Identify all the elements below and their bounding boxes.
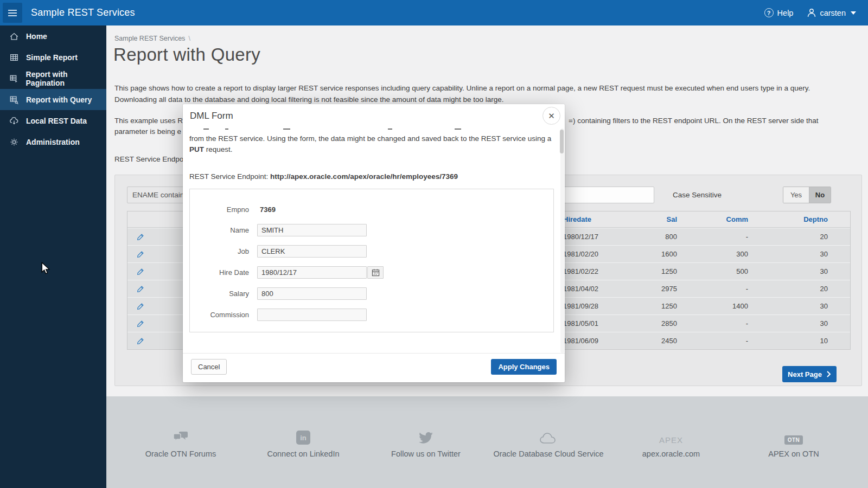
footer-link-otn-forums[interactable]: Oracle OTN Forums — [119, 426, 242, 458]
help-label: Help — [777, 9, 794, 17]
job-field[interactable] — [257, 245, 367, 258]
sidebar-item-report-with-query[interactable]: Report with Query — [0, 89, 106, 110]
chevron-down-icon — [851, 11, 856, 15]
footer-link-linkedin[interactable]: in Connect on LinkedIn — [242, 426, 365, 458]
empno-value: 7369 — [260, 203, 276, 216]
sidebar-item-administration[interactable]: Administration — [0, 131, 106, 152]
column-header-comm[interactable]: Comm — [678, 211, 748, 227]
dialog-scrollbar[interactable] — [560, 129, 564, 353]
sidebar-item-simple-report[interactable]: Simple Report — [0, 47, 106, 68]
column-header-sal[interactable]: Sal — [590, 211, 677, 227]
footer-link-label: Connect on LinkedIn — [267, 450, 339, 458]
cell-deptno: 30 — [754, 315, 828, 332]
app-title: Sample REST Services — [31, 7, 135, 18]
date-picker-button[interactable] — [367, 266, 384, 279]
salary-field[interactable] — [257, 287, 367, 300]
dialog-body: from the REST service. Using the form, t… — [183, 129, 565, 353]
edit-row-button[interactable] — [136, 285, 145, 293]
user-menu[interactable]: carsten — [807, 8, 856, 17]
cell-sal: 1600 — [590, 246, 677, 262]
gear-icon — [9, 137, 19, 147]
cell-comm: 1400 — [678, 298, 748, 314]
example-paragraph-fragment-right1: =) containing filters to the REST endpoi… — [569, 117, 819, 125]
help-button[interactable]: ? Help — [764, 8, 794, 17]
endpoint-text-fragment: REST Service Endpoi — [114, 155, 185, 163]
dml-form: Empno 7369 Name Job Hire Date — [189, 189, 554, 332]
edit-row-button[interactable] — [136, 319, 145, 328]
cell-comm: 300 — [678, 246, 748, 262]
forums-icon — [173, 431, 189, 445]
sidebar-item-label: Local REST Data — [26, 117, 87, 125]
column-header-deptno[interactable]: Deptno — [754, 211, 828, 227]
cell-comm: 500 — [678, 263, 748, 280]
footer-link-twitter[interactable]: Follow us on Twitter — [365, 426, 487, 458]
next-page-button[interactable]: Next Page — [782, 366, 837, 382]
intro-paragraph-line2: Downloading all data to the database and… — [114, 95, 503, 104]
breadcrumb[interactable]: Sample REST Services\ — [114, 35, 190, 42]
edit-row-button[interactable] — [136, 267, 145, 276]
footer-link-label: apex.oracle.com — [642, 450, 700, 458]
user-icon — [807, 8, 816, 17]
dialog-description-line2: PUT request. — [189, 145, 233, 153]
otn-icon: OTN — [784, 435, 803, 445]
footer-link-label: Oracle Database Cloud Service — [493, 450, 603, 458]
case-sensitive-no-button[interactable]: No — [809, 187, 831, 203]
footer-link-apex-otn[interactable]: OTN APEX on OTN — [732, 426, 855, 458]
edit-row-button[interactable] — [136, 233, 145, 241]
edit-row-button[interactable] — [136, 250, 145, 259]
sidebar-item-report-with-pagination[interactable]: Report with Pagination — [0, 68, 106, 89]
dialog-header: DML Form ✕ — [183, 104, 565, 129]
twitter-icon — [418, 432, 433, 445]
pencil-icon — [136, 250, 145, 259]
cell-sal: 2850 — [590, 315, 677, 332]
footer: Oracle OTN Forums in Connect on LinkedIn… — [106, 396, 868, 488]
pencil-icon — [136, 267, 145, 276]
report-grid-icon — [9, 53, 19, 62]
cell-comm: - — [678, 228, 748, 245]
sidebar-item-home[interactable]: Home — [0, 25, 106, 47]
empno-label: Empno — [190, 203, 249, 216]
cell-sal: 2450 — [590, 332, 677, 349]
name-label: Name — [190, 224, 249, 237]
page-title: Report with Query — [113, 44, 260, 65]
hire-date-field[interactable] — [257, 266, 367, 279]
clipped-text-fragment — [283, 129, 290, 130]
cell-deptno: 20 — [754, 280, 828, 297]
close-button[interactable]: ✕ — [542, 107, 560, 125]
home-icon — [9, 31, 19, 41]
name-field[interactable] — [257, 224, 367, 236]
app-screen: Sample REST Services ? Help carsten Home… — [0, 0, 868, 488]
put-keyword: PUT — [189, 145, 204, 153]
cell-comm: - — [678, 332, 748, 349]
pencil-icon — [136, 285, 145, 293]
clipped-text-fragment — [388, 129, 392, 130]
edit-row-button[interactable] — [136, 302, 145, 311]
calendar-icon — [372, 268, 380, 277]
sidebar-item-label: Simple Report — [26, 53, 78, 62]
salary-label: Salary — [190, 287, 249, 300]
footer-link-apex[interactable]: APEX apex.oracle.com — [610, 426, 732, 458]
scrollbar-thumb[interactable] — [560, 130, 564, 153]
cloud-icon — [539, 432, 558, 445]
case-sensitive-yes-button[interactable]: Yes — [783, 187, 809, 203]
cell-deptno: 10 — [754, 332, 828, 349]
sidebar-item-local-rest-data[interactable]: Local REST Data — [0, 110, 106, 131]
cell-deptno: 30 — [754, 263, 828, 280]
pencil-icon — [136, 233, 145, 241]
intro-paragraph-line1: This page shows how to create a report t… — [114, 84, 810, 92]
footer-link-label: APEX on OTN — [768, 450, 819, 458]
chevron-right-icon — [826, 371, 831, 377]
apply-changes-button[interactable]: Apply Changes — [491, 359, 557, 375]
hamburger-menu-icon[interactable] — [3, 3, 22, 23]
cell-deptno: 20 — [754, 228, 828, 245]
edit-row-button[interactable] — [136, 337, 145, 345]
cell-comm: - — [678, 280, 748, 297]
footer-link-cloud-service[interactable]: Oracle Database Cloud Service — [487, 426, 610, 458]
cell-sal: 2975 — [590, 280, 677, 297]
case-sensitive-label: Case Sensitive — [673, 191, 722, 199]
cancel-button[interactable]: Cancel — [191, 359, 227, 375]
close-icon: ✕ — [548, 111, 555, 121]
job-label: Job — [190, 245, 249, 258]
commission-field[interactable] — [257, 309, 367, 321]
hire-date-label: Hire Date — [190, 266, 249, 279]
